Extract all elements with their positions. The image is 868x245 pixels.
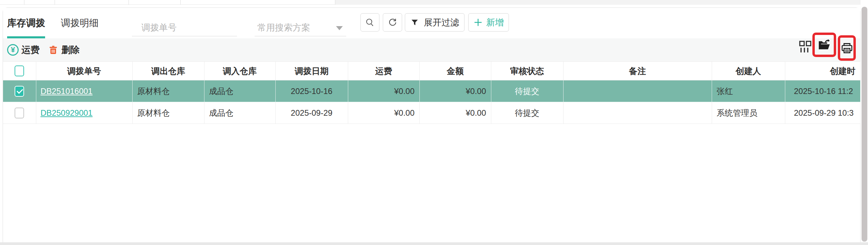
cell-freight: ¥0.00 xyxy=(348,102,419,124)
col-header-out_wh[interactable]: 调出仓库 xyxy=(132,62,204,80)
trash-icon xyxy=(48,44,59,55)
table-row[interactable]: DB250929001原材料仓成品仓2025-09-29¥0.00¥0.00待提… xyxy=(3,102,860,124)
background-sliver-shade xyxy=(335,0,861,5)
col-header-creator[interactable]: 创建人 xyxy=(712,62,785,80)
grid-panel: 库存调拨 调拨明细 常用搜索方案 xyxy=(3,7,861,242)
order-no-link[interactable]: DB251016001 xyxy=(41,87,93,96)
transfer-table: 调拨单号调出仓库调入仓库调拨日期运费金额审核状态备注创建人创建时 DB25101… xyxy=(3,61,861,124)
delete-label: 删除 xyxy=(61,44,80,56)
search-scheme-placeholder: 常用搜索方案 xyxy=(255,22,310,34)
row-checkbox[interactable] xyxy=(15,86,24,97)
cell-order_no: DB251016001 xyxy=(36,80,132,102)
cell-created: 2025-09-29 10:3 xyxy=(785,102,860,124)
cell-remark xyxy=(563,80,712,102)
cell-remark xyxy=(563,102,712,124)
freight-label: 运费 xyxy=(21,44,40,56)
cell-in_wh: 成品仓 xyxy=(204,80,275,102)
table-row[interactable]: DB251016001原材料仓成品仓2025-10-16¥0.00¥0.00待提… xyxy=(3,80,860,102)
export-icon[interactable] xyxy=(817,38,831,52)
cell-amount: ¥0.00 xyxy=(419,80,491,102)
background-gridline xyxy=(129,0,129,5)
column-settings-icon[interactable] xyxy=(798,39,813,54)
cell-status: 待提交 xyxy=(491,102,563,124)
col-header-date[interactable]: 调拨日期 xyxy=(275,62,348,80)
col-header-label: 审核状态 xyxy=(510,66,544,76)
magnifier-icon xyxy=(365,17,375,27)
yen-circle-icon: ¥ xyxy=(7,44,19,56)
cell-creator: 系统管理员 xyxy=(712,102,785,124)
plus-icon xyxy=(473,18,483,27)
search-scheme-select[interactable]: 常用搜索方案 xyxy=(255,19,346,36)
expand-filter-button[interactable]: 展开过滤 xyxy=(405,13,465,32)
print-icon[interactable] xyxy=(841,42,853,55)
expand-filter-label: 展开过滤 xyxy=(424,17,459,29)
cell-date: 2025-09-29 xyxy=(275,102,348,124)
col-header-status[interactable]: 审核状态 xyxy=(491,62,563,80)
cell-date: 2025-10-16 xyxy=(275,80,348,102)
add-label: 新增 xyxy=(486,17,504,29)
freight-button[interactable]: ¥ 运费 xyxy=(7,38,40,61)
tabs-and-search-row: 库存调拨 调拨明细 常用搜索方案 xyxy=(3,8,860,38)
tab-inventory-transfer[interactable]: 库存调拨 xyxy=(7,8,45,38)
inventory-transfer-page: 库存调拨 调拨明细 常用搜索方案 xyxy=(0,0,868,245)
cell-created: 2025-10-16 11:2 xyxy=(785,80,860,102)
background-gridline xyxy=(335,0,335,5)
col-header-order_no[interactable]: 调拨单号 xyxy=(36,62,132,80)
cell-in_wh: 成品仓 xyxy=(204,102,275,124)
order-no-input[interactable] xyxy=(132,19,237,36)
select-all-checkbox[interactable] xyxy=(15,65,24,76)
table-header-row: 调拨单号调出仓库调入仓库调拨日期运费金额审核状态备注创建人创建时 xyxy=(3,62,860,80)
background-gridline xyxy=(180,0,181,5)
col-header-label: 调入仓库 xyxy=(223,66,257,76)
vertical-scrollbar-thumb[interactable] xyxy=(862,7,867,242)
cell-select xyxy=(3,80,36,102)
cell-creator: 张红 xyxy=(712,80,785,102)
col-header-label: 调拨日期 xyxy=(295,66,329,76)
col-header-label: 运费 xyxy=(375,66,392,76)
tab-transfer-detail[interactable]: 调拨明细 xyxy=(61,8,99,38)
col-header-label: 调出仓库 xyxy=(151,66,185,76)
col-header-created[interactable]: 创建时 xyxy=(785,62,860,80)
background-table-sliver xyxy=(0,0,868,5)
delete-button[interactable]: 删除 xyxy=(48,38,80,61)
order-no-link[interactable]: DB250929001 xyxy=(41,108,93,117)
search-button[interactable] xyxy=(360,13,379,32)
annotation-highlight-export xyxy=(812,33,836,57)
background-gridline xyxy=(24,0,24,5)
cell-freight: ¥0.00 xyxy=(348,80,419,102)
cell-out_wh: 原材料仓 xyxy=(132,80,204,102)
vertical-scrollbar xyxy=(861,0,868,245)
col-header-amount[interactable]: 金额 xyxy=(419,62,491,80)
row-checkbox[interactable] xyxy=(15,108,24,118)
background-gridline xyxy=(55,0,55,5)
cell-order_no: DB250929001 xyxy=(36,102,132,124)
refresh-icon xyxy=(388,17,398,27)
col-header-remark[interactable]: 备注 xyxy=(563,62,712,80)
funnel-icon xyxy=(410,18,419,27)
col-header-label: 备注 xyxy=(629,66,646,76)
cell-status: 待提交 xyxy=(491,80,563,102)
col-header-in_wh[interactable]: 调入仓库 xyxy=(204,62,275,80)
col-header-label: 创建时 xyxy=(830,66,855,76)
refresh-button[interactable] xyxy=(383,13,402,32)
cell-amount: ¥0.00 xyxy=(419,102,491,124)
col-header-select[interactable] xyxy=(3,62,36,80)
tab-bar: 库存调拨 调拨明细 xyxy=(7,8,99,38)
cell-select xyxy=(3,102,36,124)
col-header-freight[interactable]: 运费 xyxy=(348,62,419,80)
chevron-down-icon xyxy=(336,26,343,30)
cell-out_wh: 原材料仓 xyxy=(132,102,204,124)
col-header-label: 创建人 xyxy=(736,66,761,76)
horizontal-scrollbar[interactable] xyxy=(0,242,868,245)
add-button[interactable]: 新增 xyxy=(468,13,509,32)
col-header-label: 金额 xyxy=(447,66,464,76)
action-toolbar: ¥ 运费 删除 xyxy=(3,38,860,61)
col-header-label: 调拨单号 xyxy=(67,66,101,76)
annotation-highlight-print xyxy=(838,35,856,61)
